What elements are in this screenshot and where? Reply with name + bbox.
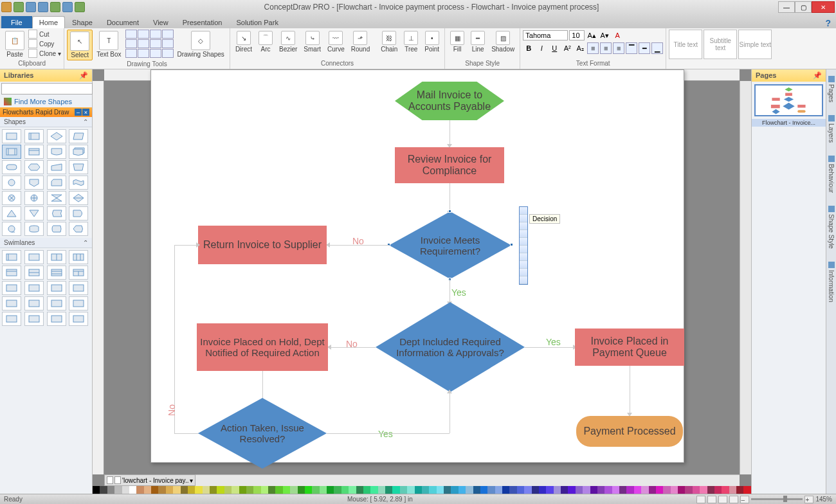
shape-magdisk[interactable]: [24, 222, 44, 236]
view-icon-2[interactable]: [707, 496, 716, 503]
swim-11[interactable]: [47, 281, 66, 295]
shape-alt[interactable]: [24, 129, 44, 143]
arrow-9b[interactable]: [450, 392, 450, 433]
qat-undo-icon[interactable]: [26, 2, 36, 12]
zoom-slider[interactable]: [751, 498, 803, 500]
shapes-subheader[interactable]: Shapes⌃: [0, 117, 92, 127]
swim-2[interactable]: [24, 250, 44, 264]
swim-12[interactable]: [69, 281, 88, 295]
swim-4[interactable]: [69, 250, 88, 264]
drawing-shapes-button[interactable]: ◇Drawing Shapes: [175, 30, 227, 59]
swim-5[interactable]: [2, 266, 21, 280]
label-yes-2[interactable]: Yes: [546, 337, 561, 347]
underline-button[interactable]: U: [549, 42, 560, 54]
swim-20[interactable]: [69, 312, 88, 326]
shape-merge[interactable]: [24, 206, 44, 221]
color-palette[interactable]: [93, 486, 751, 494]
arrow-2[interactable]: [450, 183, 450, 212]
node-payment-processed[interactable]: Payment Processed: [576, 416, 683, 447]
swim-3[interactable]: [47, 250, 66, 264]
shape-tape[interactable]: [69, 176, 88, 190]
node-dept-included[interactable]: Dept Included Required Information & App…: [376, 302, 525, 392]
qat-new-icon[interactable]: [62, 2, 73, 12]
label-no-3[interactable]: No: [167, 404, 177, 416]
shape-multidoc[interactable]: [69, 145, 88, 159]
subscript-button[interactable]: A₂: [574, 42, 586, 54]
view-icon-3[interactable]: [718, 496, 727, 503]
shape-input[interactable]: [47, 160, 66, 174]
align-top[interactable]: ▔: [626, 42, 637, 54]
node-hold[interactable]: Invoice Placed on Hold, Dept Notified of…: [197, 323, 328, 371]
minimize-button[interactable]: —: [778, 1, 795, 13]
italic-button[interactable]: I: [536, 42, 547, 54]
arrange-grid[interactable]: [125, 30, 174, 58]
pin-icon[interactable]: 📌: [79, 71, 88, 80]
arrow-8c[interactable]: [174, 245, 197, 246]
bold-button[interactable]: B: [523, 42, 534, 54]
clone-button[interactable]: Clone▾: [28, 49, 61, 58]
arrow-4[interactable]: [450, 279, 450, 302]
zoom-out[interactable]: –: [740, 496, 749, 503]
drawing-canvas[interactable]: Mail Invoice to Accounts Payable Review …: [150, 69, 684, 463]
paste-button[interactable]: 📋Paste: [3, 30, 27, 59]
shape-decision[interactable]: [47, 129, 66, 143]
conn-round[interactable]: ⬏Round: [349, 30, 372, 54]
swim-16[interactable]: [69, 296, 88, 310]
qat-save-icon[interactable]: [14, 2, 24, 12]
shape-manual[interactable]: [69, 160, 88, 174]
library-search-input[interactable]: [1, 83, 93, 94]
qat-open-icon[interactable]: [50, 2, 60, 12]
conn-smart[interactable]: ⤷Smart: [301, 30, 323, 54]
style-simple[interactable]: Simple text: [738, 30, 772, 59]
align-middle[interactable]: ━: [639, 42, 650, 54]
select-tool[interactable]: ↖Select: [67, 30, 93, 60]
fill-button[interactable]: ▦Fill: [448, 30, 467, 54]
shape-process[interactable]: [2, 129, 21, 143]
conn-point[interactable]: •Point: [422, 30, 442, 54]
swimlanes-subheader[interactable]: Swimlanes⌃: [0, 238, 92, 248]
arrow-6[interactable]: [525, 347, 574, 348]
shape-predef[interactable]: [2, 145, 21, 159]
shape-extract[interactable]: [2, 206, 21, 221]
arrow-3[interactable]: [329, 245, 389, 246]
align-center[interactable]: ≡: [600, 42, 612, 54]
arrow-5[interactable]: [331, 347, 376, 348]
shape-sort[interactable]: [69, 191, 88, 205]
node-return-supplier[interactable]: Return Invoice to Supplier: [198, 226, 327, 264]
shape-toolbar[interactable]: [519, 206, 528, 285]
align-right[interactable]: ≡: [613, 42, 624, 54]
shape-or[interactable]: [24, 191, 44, 205]
conn-direct[interactable]: ↘Direct: [233, 30, 255, 54]
shape-collate[interactable]: [47, 191, 66, 205]
tab-home[interactable]: Home: [32, 16, 65, 28]
shape-prep[interactable]: [24, 160, 44, 174]
find-more-shapes[interactable]: Find More Shapes: [0, 96, 92, 107]
shadow-button[interactable]: ▨Shadow: [489, 30, 517, 54]
textbox-tool[interactable]: TText Box: [94, 30, 123, 59]
shape-sum[interactable]: [2, 191, 21, 205]
swim-7[interactable]: [47, 266, 66, 280]
page-tabs[interactable]: 'lowchart - Invoice pay... (1/1 ▾: [104, 474, 195, 486]
righttab-information[interactable]: Information: [827, 258, 835, 306]
fontsize-select[interactable]: 10: [569, 30, 585, 40]
qat-print-icon[interactable]: [75, 2, 85, 12]
label-yes-3[interactable]: Yes: [378, 429, 393, 439]
node-mail-invoice[interactable]: Mail Invoice to Accounts Payable: [395, 82, 504, 120]
swim-17[interactable]: [2, 312, 21, 326]
shape-term[interactable]: [2, 160, 21, 174]
conn-arc[interactable]: ⌒Arc: [256, 30, 275, 54]
zoom-in[interactable]: +: [804, 496, 813, 503]
swim-9[interactable]: [2, 281, 21, 295]
close-lib-icon[interactable]: ×: [82, 109, 89, 116]
view-icon-4[interactable]: [729, 496, 738, 503]
cut-button[interactable]: Cut: [28, 30, 61, 39]
conn-tree[interactable]: ⊥Tree: [401, 30, 421, 54]
shape-data[interactable]: [69, 129, 88, 143]
swim-6[interactable]: [24, 266, 44, 280]
swim-13[interactable]: [2, 296, 21, 310]
shape-connector[interactable]: [2, 176, 21, 190]
superscript-button[interactable]: A²: [561, 42, 573, 54]
righttab-pages[interactable]: Pages: [827, 72, 835, 106]
style-subtitle[interactable]: Subtitle text: [704, 30, 737, 59]
fontsize-up[interactable]: A▴: [586, 30, 597, 41]
